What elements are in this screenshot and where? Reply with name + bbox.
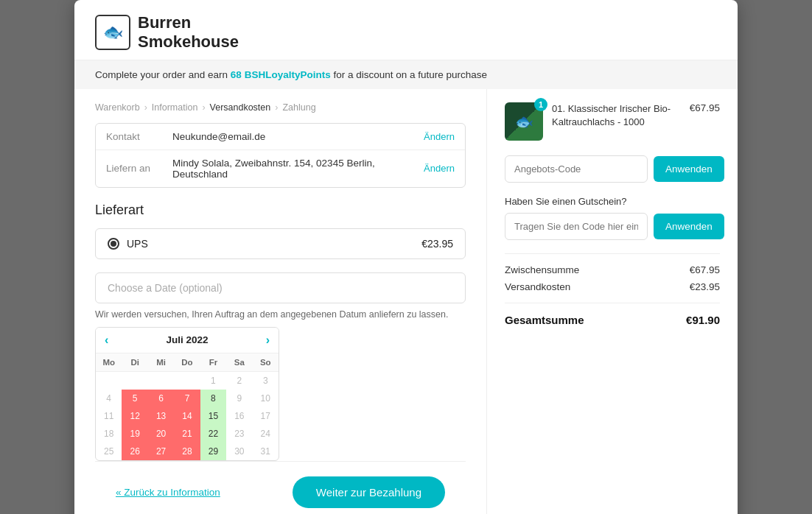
shipping-cost-value: €23.95 [690,281,720,292]
logo-text: Burren Smokehouse [138,13,239,52]
cal-cell-9: 9 [226,390,252,407]
shipping-price: €23.95 [421,238,453,250]
product-badge: 1 [534,98,547,111]
cal-cell-6[interactable]: 6 [148,390,174,407]
back-link[interactable]: « Zurück zu Information [116,487,220,498]
cal-cell-26[interactable]: 26 [122,443,147,460]
angebots-input[interactable] [505,155,648,183]
cal-cell-15[interactable]: 15 [200,407,226,425]
cal-cell-7[interactable]: 7 [174,390,200,407]
prev-month-button[interactable]: ‹ [105,334,108,347]
shipping-cost-label: Versandkosten [505,281,570,292]
cal-cell-16: 16 [226,407,252,425]
product-row: 🐟 1 01. Klassischer Irischer Bio-Kaltrau… [505,102,720,141]
subtotal-row: Zwischensumme €67.95 [505,264,720,275]
logo-icon: 🐟 [95,15,130,50]
day-header-do: Do [174,353,200,372]
day-header-mi: Mi [148,353,174,372]
cal-cell-11: 11 [96,407,122,425]
cal-cell-1: 1 [200,372,226,390]
gutschein-apply-button[interactable]: Anwenden [654,214,724,239]
total-value: €91.90 [686,314,720,326]
cal-cell-3: 3 [253,372,279,390]
cal-cell-18: 18 [96,425,122,443]
contact-row: Kontakt Neukunde@email.de Ändern [96,124,465,149]
gutschein-row: Anwenden [505,213,720,240]
calendar-month: Juli 2022 [166,334,208,345]
main-layout: Warenkorb › Information › Versandkosten … [74,89,738,514]
cal-cell-27[interactable]: 27 [148,443,174,460]
cal-cell [174,372,200,390]
gutschein-label: Haben Sie einen Gutschein? [505,196,720,207]
bottom-bar: « Zurück zu Information Weiter zur Bezah… [95,461,466,514]
header: 🐟 Burren Smokehouse [74,0,738,60]
day-header-so: So [253,353,279,372]
cal-cell-2: 2 [226,372,252,390]
date-hint: Wir werden versuchen, Ihren Auftrag an d… [95,309,466,320]
day-header-fr: Fr [200,353,226,372]
total-label: Gesamtsumme [505,314,584,326]
delivery-row: Liefern an Mindy Solala, Zweibahnstr. 15… [96,149,465,187]
shipping-cost-row: Versandkosten €23.95 [505,281,720,292]
main-window: 🐟 Burren Smokehouse Complete your order … [74,0,738,514]
cal-cell-28[interactable]: 28 [174,443,200,460]
subtotal-value: €67.95 [690,264,720,275]
product-name: 01. Klassischer Irischer Bio-Kaltrauchla… [552,102,681,129]
product-price: €67.95 [690,102,720,113]
loyalty-banner: Complete your order and earn 68 BSHLoyal… [74,60,738,89]
cal-cell-17: 17 [253,407,279,425]
cal-cell [96,372,122,390]
shipping-name: UPS [127,238,414,250]
cal-cell-29[interactable]: 29 [200,443,226,460]
subtotal-label: Zwischensumme [505,264,579,275]
day-header-mo: Mo [96,353,122,372]
contact-edit-link[interactable]: Ändern [424,131,455,142]
cal-cell-23: 23 [226,425,252,443]
cal-cell-20[interactable]: 20 [148,425,174,443]
date-input[interactable]: Choose a Date (optional) [95,272,466,303]
cal-cell-14[interactable]: 14 [174,407,200,425]
cal-cell-30: 30 [226,443,252,460]
cal-cell-5[interactable]: 5 [122,390,147,407]
calendar-header: ‹ Juli 2022 › [96,328,279,353]
cal-cell-4: 4 [96,390,122,407]
calendar: ‹ Juli 2022 › Mo Di Mi Do Fr Sa So [95,327,279,461]
cal-cell-8[interactable]: 8 [200,390,226,407]
info-table: Kontakt Neukunde@email.de Ändern Liefern… [95,123,466,188]
cal-cell-25: 25 [96,443,122,460]
angebots-row: Anwenden [505,155,720,183]
shipping-option[interactable]: UPS €23.95 [95,228,466,259]
summary-divider [505,253,720,254]
cal-cell-24: 24 [253,425,279,443]
cal-cell-12[interactable]: 12 [122,407,147,425]
cal-cell-22[interactable]: 22 [200,425,226,443]
day-header-di: Di [122,353,147,372]
breadcrumb: Warenkorb › Information › Versandkosten … [95,102,466,113]
cal-cell [148,372,174,390]
gutschein-input[interactable] [505,213,648,240]
cal-cell-31: 31 [253,443,279,460]
next-month-button[interactable]: › [266,334,270,347]
cal-cell-10: 10 [253,390,279,407]
total-row: Gesamtsumme €91.90 [505,314,720,326]
shipping-radio[interactable] [108,238,119,250]
product-image-wrap: 🐟 1 [505,102,543,141]
continue-button[interactable]: Weiter zur Bezahlung [293,476,445,508]
delivery-edit-link[interactable]: Ändern [424,163,455,174]
right-panel: 🐟 1 01. Klassischer Irischer Bio-Kaltrau… [487,89,738,514]
left-panel: Warenkorb › Information › Versandkosten … [74,89,487,514]
cal-cell-19[interactable]: 19 [122,425,147,443]
cal-cell [122,372,147,390]
day-header-sa: Sa [226,353,252,372]
calendar-grid: Mo Di Mi Do Fr Sa So 1 2 3 4 [96,353,279,460]
angebots-apply-button[interactable]: Anwenden [654,156,724,182]
cal-cell-21[interactable]: 21 [174,425,200,443]
logo: 🐟 Burren Smokehouse [95,13,239,52]
total-divider [505,303,720,303]
cal-cell-13[interactable]: 13 [148,407,174,425]
shipping-title: Lieferart [95,203,466,218]
